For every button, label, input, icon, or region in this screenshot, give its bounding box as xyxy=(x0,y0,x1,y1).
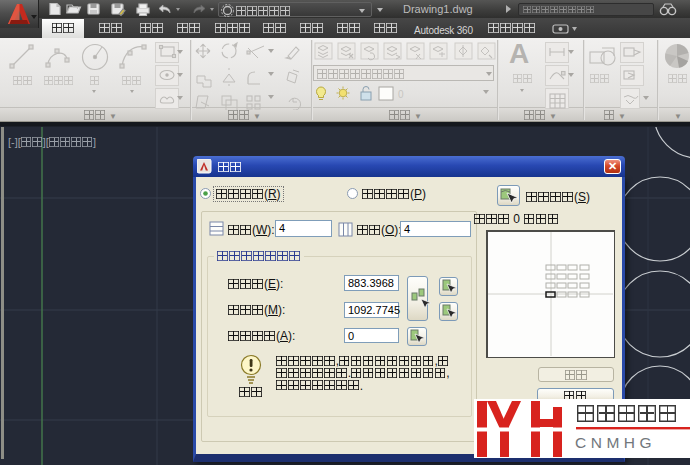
svg-text:0: 0 xyxy=(398,89,404,100)
svg-text:CNMHG: CNMHG xyxy=(575,434,656,451)
